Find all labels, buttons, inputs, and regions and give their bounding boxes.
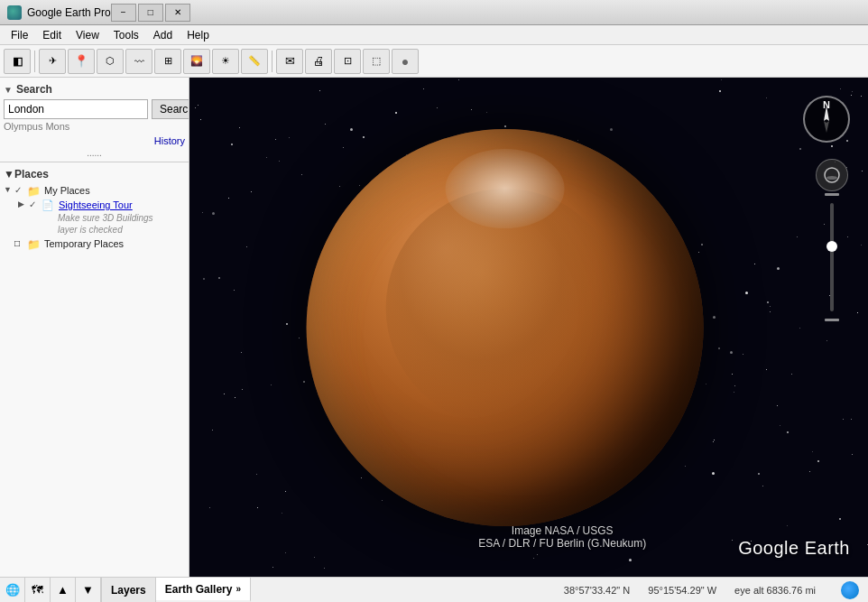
- star-dot: [437, 107, 438, 108]
- star-dot: [777, 267, 780, 270]
- my-places-expander[interactable]: ▼: [4, 185, 14, 194]
- star-dot: [203, 278, 205, 280]
- search-input[interactable]: [4, 99, 148, 119]
- star-dot: [241, 352, 242, 353]
- star-dot: [458, 79, 459, 80]
- star-dot: [743, 354, 743, 355]
- movie-btn[interactable]: ⬚: [363, 49, 390, 74]
- star-dot: [721, 79, 722, 80]
- print-btn[interactable]: 🖨: [305, 49, 332, 74]
- earth-gallery-label: Earth Gallery: [165, 583, 233, 596]
- map-area[interactable]: N: [189, 78, 868, 577]
- show-sidebar-btn[interactable]: ◧: [4, 49, 31, 74]
- star-dot: [266, 157, 267, 158]
- star-dot: [198, 105, 199, 106]
- star-dot: [701, 244, 703, 245]
- atmosphere-btn[interactable]: ●: [392, 49, 419, 74]
- sightseeing-check[interactable]: ✓: [29, 199, 42, 209]
- save-image-btn[interactable]: ⊡: [334, 49, 361, 74]
- add-polygon-btn[interactable]: ⬡: [97, 49, 124, 74]
- menu-edit[interactable]: Edit: [35, 27, 69, 43]
- places-section: ▼ Places ▼ ✓ 📁 My Places ▶ ✓ 📄 Sightseei…: [0, 162, 189, 577]
- layers-tab[interactable]: Layers: [102, 578, 156, 602]
- star-dot: [629, 559, 632, 561]
- menu-help[interactable]: Help: [180, 27, 217, 43]
- menu-add[interactable]: Add: [146, 27, 180, 43]
- sightseeing-expander[interactable]: ▶: [18, 199, 29, 208]
- places-header: ▼ Places: [4, 166, 185, 184]
- sightseeing-label[interactable]: Sightseeing Tour: [59, 199, 133, 210]
- star-dot: [395, 112, 397, 114]
- star-dot: [857, 312, 858, 313]
- map-view-btn[interactable]: 🗺: [25, 578, 51, 603]
- star-dot: [224, 394, 225, 394]
- star-dot: [279, 161, 280, 162]
- star-dot: [758, 473, 760, 475]
- star-dot: [319, 90, 320, 91]
- compass[interactable]: N: [803, 96, 850, 143]
- svg-marker-1: [824, 121, 829, 133]
- add-path-btn[interactable]: 〰: [125, 49, 152, 74]
- zoom-thumb[interactable]: [826, 241, 837, 252]
- star-dot: [777, 405, 778, 406]
- zoom-track[interactable]: [830, 203, 834, 311]
- places-label: Places: [14, 168, 49, 181]
- star-dot: [714, 440, 715, 440]
- menu-tools[interactable]: Tools: [106, 27, 146, 43]
- star-dot: [209, 507, 210, 508]
- globe-view-btn[interactable]: 🌐: [0, 578, 25, 603]
- star-dot: [537, 554, 538, 555]
- nav-up-btn[interactable]: ▲: [51, 578, 76, 603]
- sky-btn[interactable]: 🌄: [183, 49, 210, 74]
- ruler-btn[interactable]: 📏: [241, 49, 268, 74]
- search-label: Search: [16, 83, 52, 96]
- star-dot: [234, 290, 235, 291]
- svg-point-3: [826, 176, 837, 180]
- minimize-btn[interactable]: −: [111, 4, 136, 22]
- star-dot: [257, 507, 258, 508]
- fly-to-btn[interactable]: ✈: [39, 49, 66, 74]
- menu-view[interactable]: View: [69, 27, 106, 43]
- email-btn[interactable]: ✉: [276, 49, 303, 74]
- my-places-check[interactable]: ✓: [14, 185, 27, 195]
- star-dot: [817, 460, 819, 462]
- star-dot: [286, 323, 288, 325]
- add-overlay-btn[interactable]: ⊞: [154, 49, 181, 74]
- star-dot: [275, 139, 276, 140]
- search-button[interactable]: Search: [152, 99, 189, 119]
- star-dot: [767, 301, 769, 303]
- search-history-link[interactable]: History: [4, 134, 185, 148]
- zoom-top-line: [825, 193, 839, 196]
- add-placemark-btn[interactable]: 📍: [68, 49, 95, 74]
- star-dot: [780, 425, 780, 426]
- star-dot: [242, 389, 243, 390]
- maximize-btn[interactable]: □: [138, 4, 163, 22]
- star-dot: [852, 454, 853, 455]
- zoom-control: [816, 159, 848, 321]
- search-triangle: ▼: [4, 85, 13, 95]
- zoom-tilt-btn[interactable]: [816, 159, 848, 191]
- star-dot: [734, 385, 735, 386]
- menu-file[interactable]: File: [4, 27, 35, 43]
- earth-gallery-tab[interactable]: Earth Gallery »: [156, 578, 251, 602]
- star-dot: [787, 431, 789, 433]
- mars-planet: [307, 129, 704, 526]
- star-dot: [301, 174, 302, 175]
- toolbar-sep-1: [34, 51, 35, 72]
- star-dot: [685, 466, 686, 467]
- nav-down-btn[interactable]: ▼: [76, 578, 101, 603]
- star-dot: [826, 340, 827, 341]
- star-dot: [231, 144, 233, 145]
- temp-places-check[interactable]: □: [14, 238, 27, 248]
- star-dot: [577, 140, 578, 141]
- star-dot: [272, 567, 273, 568]
- star-dot: [325, 124, 326, 125]
- toolbar-sep-2: [272, 51, 272, 72]
- close-btn[interactable]: ✕: [165, 4, 190, 22]
- search-section: ▼ Search Search Olympus Mons History ...…: [0, 78, 189, 162]
- star-dot: [533, 558, 534, 559]
- sun-btn[interactable]: ☀: [212, 49, 239, 74]
- longitude-display: 95°15'54.29" W: [648, 585, 716, 596]
- star-dot: [303, 381, 305, 383]
- star-dot: [359, 185, 360, 186]
